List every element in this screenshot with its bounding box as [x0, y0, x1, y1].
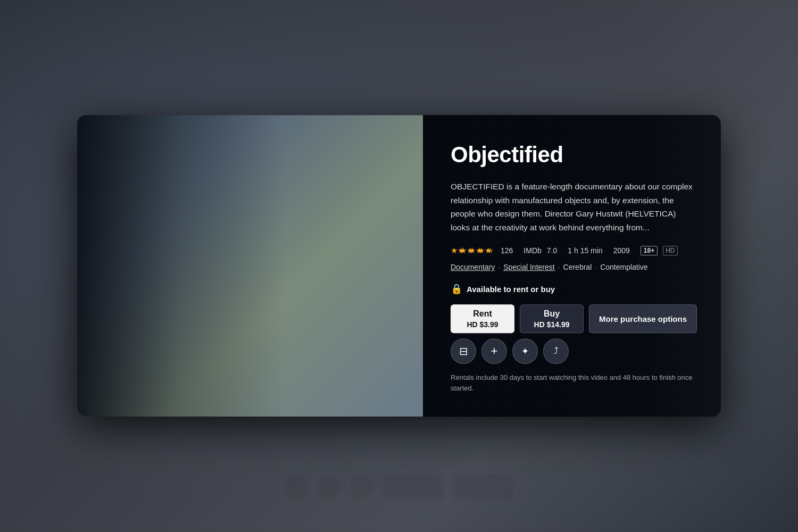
more-purchase-button[interactable]: More purchase options [589, 305, 697, 334]
age-rating: 18+ [641, 246, 658, 256]
rent-label-bottom: HD $3.99 [467, 320, 498, 329]
genre-documentary[interactable]: Documentary [451, 263, 495, 272]
movie-card: Objectified OBJECTIFIED is a feature-len… [77, 115, 721, 417]
movie-title: Objectified [451, 143, 697, 167]
buy-label-top: Buy [544, 309, 560, 320]
genre-cerebral: Cerebral [563, 263, 592, 272]
movie-image [77, 115, 423, 417]
star-3: ★ [469, 247, 477, 255]
celebrate-icon: ✦ [521, 346, 529, 357]
genres-row: Documentary · Special Interest · Cerebra… [451, 263, 697, 272]
star-rating: ★ ★ ★ ★ ★ [451, 247, 495, 255]
year: 2009 [613, 247, 630, 255]
availability-text: Available to rent or buy [467, 285, 555, 294]
celebrate-button[interactable]: ✦ [512, 339, 538, 364]
genre-sep-2: · [558, 263, 560, 272]
star-4: ★ [478, 247, 486, 255]
availability-row: 🔒 Available to rent or buy [451, 284, 697, 295]
rental-note: Rentals include 30 days to start watchin… [451, 373, 695, 394]
buy-label-bottom: HD $14.99 [534, 320, 570, 329]
genre-sep-3: · [595, 263, 597, 272]
action-buttons-row: Rent HD $3.99 Buy HD $14.99 More purchas… [451, 305, 697, 364]
watchlist-button[interactable]: ⊟ [451, 339, 476, 364]
share-icon: ⤴ [554, 346, 559, 357]
buy-button[interactable]: Buy HD $14.99 [520, 305, 584, 334]
background-bottom-ghost [282, 473, 516, 500]
genre-contemplative: Contemplative [600, 263, 648, 272]
add-icon: + [491, 345, 498, 359]
star-5-half: ★ [487, 247, 495, 255]
duration: 1 h 15 min [568, 247, 602, 255]
star-1: ★ [451, 247, 459, 255]
genre-sep-1: · [498, 263, 500, 272]
card-content-panel: Objectified OBJECTIFIED is a feature-len… [423, 115, 721, 417]
watchlist-icon: ⊟ [459, 345, 468, 358]
star-2: ★ [460, 247, 468, 255]
imdb-label: IMDb [523, 247, 541, 255]
more-purchase-label: More purchase options [599, 314, 687, 323]
hd-badge: HD [663, 246, 677, 256]
rent-button[interactable]: Rent HD $3.99 [451, 305, 514, 334]
share-button[interactable]: ⤴ [543, 339, 569, 364]
image-gradient-overlay [77, 115, 423, 417]
genre-special-interest[interactable]: Special Interest [503, 263, 555, 272]
add-button[interactable]: + [481, 339, 507, 364]
review-count: 126 [501, 247, 513, 255]
meta-row: ★ ★ ★ ★ ★ 126 IMDb 7.0 1 h 15 min 2009 1… [451, 246, 697, 256]
lock-icon: 🔒 [451, 284, 462, 295]
imdb-score: 7.0 [547, 247, 557, 255]
movie-description: OBJECTIFIED is a feature-length document… [451, 180, 697, 234]
rent-label-top: Rent [473, 309, 492, 320]
